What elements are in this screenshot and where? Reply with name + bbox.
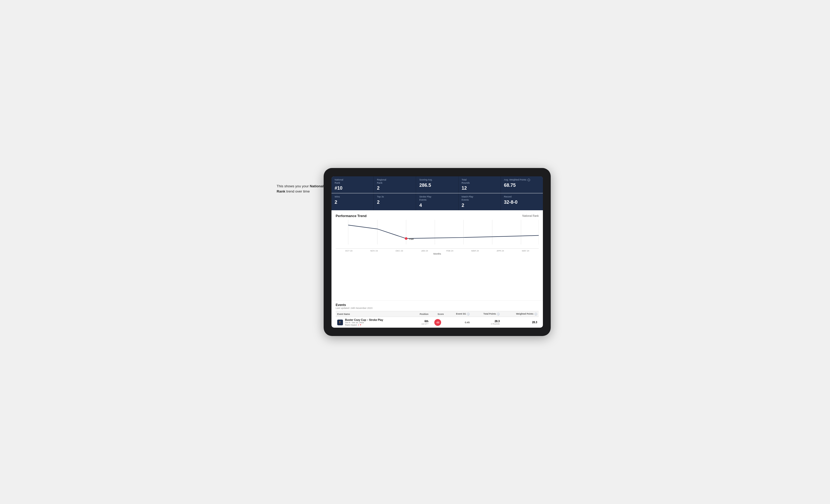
stats-row-2: Wins 2 Top 3s 2 Stroke PlayEvents 4 Matc…: [331, 193, 543, 210]
event-details: Buster Cozy Cup – Stroke Play Oct 9 - Oc…: [345, 318, 383, 326]
month-may24: MAY 24: [513, 250, 538, 252]
total-points-value: 28.3: [473, 320, 500, 323]
month-feb24: FEB 24: [437, 250, 462, 252]
tablet-device: NationalRank #10 RegionalRank 2 Scoring …: [324, 168, 551, 336]
annotation-after: trend over time: [285, 190, 310, 193]
col-total-points: Total Points i: [471, 311, 501, 317]
performance-trend-section: Performance Trend National Rank: [331, 210, 543, 301]
stat-wins: Wins 2: [331, 193, 374, 210]
col-event-sg: Event SG i: [445, 311, 471, 317]
events-table: Event Name Position Score Event SG i Tot…: [336, 311, 539, 328]
month-nov23: NOV 23: [361, 250, 387, 252]
info-icon-event-sg: i: [467, 313, 470, 315]
events-table-body: 🏌 Buster Cozy Cup – Stroke Play Oct 9 - …: [336, 317, 539, 328]
month-mar24: MAR 24: [462, 250, 488, 252]
info-icon-avg-weighted: i: [528, 179, 530, 181]
position-sub: out of 7: [413, 323, 428, 325]
stat-national-rank: NationalRank #10: [331, 176, 374, 193]
events-table-header: Event Name Position Score Event SG i Tot…: [336, 311, 539, 317]
event-name: Buster Cozy Cup – Stroke Play: [345, 318, 383, 322]
performance-chart: #10: [336, 220, 539, 248]
events-section: Events Last updated: 24th November 2023 …: [331, 300, 543, 328]
score-badge: -22: [434, 319, 441, 326]
event-total-points: 28.3 3 Rounds: [471, 317, 501, 328]
event-name-cell: 🏌 Buster Cozy Cup – Stroke Play Oct 9 - …: [336, 317, 412, 328]
perf-title: Performance Trend: [336, 214, 367, 218]
svg-point-9: [405, 237, 408, 240]
table-row: 🏌 Buster Cozy Cup – Stroke Play Oct 9 - …: [336, 317, 539, 328]
event-weighted-points: 28.3: [501, 317, 539, 328]
event-date: Oct 9 - Oct 10, 2023: [345, 322, 383, 324]
stat-top3s: Top 3s 2: [374, 193, 416, 210]
rank-impact-arrow: ▼: [360, 324, 362, 326]
stat-scoring-avg: Scoring Avg. 286.5: [416, 176, 458, 193]
rank-impact: Rank Impact: 3 ▼: [345, 324, 383, 326]
stat-match-play-events: Match PlayEvents 2: [458, 193, 501, 210]
stat-avg-weighted-points: Avg. Weighted Points i 68.75: [501, 176, 543, 193]
chart-svg: #10: [336, 220, 539, 248]
month-apr24: APR 24: [488, 250, 513, 252]
rank-impact-value: 3: [358, 324, 359, 326]
info-icon-total-points: i: [497, 313, 500, 315]
events-last-updated: Last updated: 24th November 2023: [336, 307, 539, 309]
perf-header: Performance Trend National Rank: [336, 214, 539, 218]
stat-regional-rank: RegionalRank 2: [374, 176, 416, 193]
event-icon: 🏌: [337, 320, 343, 325]
annotation-text: This shows you your National Rank trend …: [277, 183, 329, 194]
tablet-screen: NationalRank #10 RegionalRank 2 Scoring …: [331, 176, 543, 328]
stats-row-1: NationalRank #10 RegionalRank 2 Scoring …: [331, 176, 543, 193]
scene: This shows you your National Rank trend …: [277, 168, 553, 336]
event-score: -22: [430, 317, 445, 328]
col-score: Score: [430, 311, 445, 317]
events-title: Events: [336, 303, 539, 307]
chart-x-axis-label: Months: [336, 253, 539, 255]
month-jan24: JAN 24: [412, 250, 437, 252]
weighted-points-value: 28.3: [532, 321, 537, 324]
stat-stroke-play-events: Stroke PlayEvents 4: [416, 193, 458, 210]
event-position: 6th out of 7: [412, 317, 430, 328]
chart-month-labels: OCT 23 NOV 23 DEC 23 JAN 24 FEB 24 MAR 2…: [336, 248, 539, 252]
svg-text:#10: #10: [409, 237, 414, 240]
info-icon-weighted-points: i: [535, 313, 537, 315]
position-main: 6th: [413, 320, 428, 323]
annotation-before: This shows you your: [277, 184, 310, 188]
col-event-name: Event Name: [336, 311, 412, 317]
stat-record: Record 32-8-0: [501, 193, 543, 210]
month-dec23: DEC 23: [387, 250, 412, 252]
col-position: Position: [412, 311, 430, 317]
month-oct23: OCT 23: [336, 250, 361, 252]
stat-total-rounds: TotalRounds 12: [458, 176, 501, 193]
total-points-sub: 3 Rounds: [473, 323, 500, 325]
event-sg: 0.45: [445, 317, 471, 328]
col-weighted-points: Weighted Points i: [501, 311, 539, 317]
perf-label: National Rank: [522, 214, 539, 217]
